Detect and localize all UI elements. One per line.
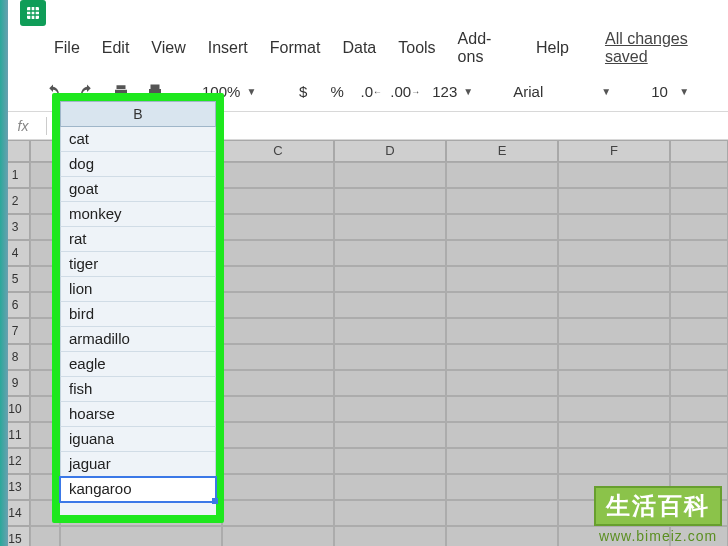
cell[interactable] xyxy=(558,214,670,240)
cell[interactable] xyxy=(558,422,670,448)
cell[interactable] xyxy=(222,318,334,344)
formula-input[interactable]: kangaroo xyxy=(47,117,728,135)
menu-help[interactable]: Help xyxy=(536,39,569,57)
decrease-decimal-button[interactable]: .0← xyxy=(358,79,384,105)
cell[interactable] xyxy=(446,292,558,318)
cell[interactable] xyxy=(222,526,334,546)
cell[interactable] xyxy=(334,396,446,422)
cell[interactable] xyxy=(446,188,558,214)
cell[interactable] xyxy=(334,448,446,474)
cell[interactable] xyxy=(446,396,558,422)
cell[interactable] xyxy=(446,162,558,188)
cell[interactable] xyxy=(30,370,60,396)
cell[interactable] xyxy=(30,318,60,344)
cell[interactable] xyxy=(670,292,728,318)
bold-button[interactable]: B xyxy=(723,79,728,105)
cell[interactable] xyxy=(334,292,446,318)
paint-format-button[interactable] xyxy=(142,79,168,105)
print-button[interactable] xyxy=(108,79,134,105)
cell[interactable] xyxy=(670,214,728,240)
cell[interactable] xyxy=(558,162,670,188)
cell[interactable] xyxy=(60,162,222,188)
cell[interactable] xyxy=(446,214,558,240)
cell[interactable] xyxy=(334,240,446,266)
cell[interactable] xyxy=(334,370,446,396)
cell[interactable] xyxy=(222,162,334,188)
cell[interactable] xyxy=(60,370,222,396)
cell[interactable] xyxy=(334,344,446,370)
cell[interactable] xyxy=(334,526,446,546)
cell[interactable] xyxy=(334,266,446,292)
cell[interactable] xyxy=(446,318,558,344)
cell[interactable] xyxy=(30,474,60,500)
cell[interactable] xyxy=(670,162,728,188)
cell[interactable] xyxy=(222,396,334,422)
cell[interactable] xyxy=(222,214,334,240)
number-format-combo[interactable]: 123▼ xyxy=(426,79,479,105)
increase-decimal-button[interactable]: .00→ xyxy=(392,79,418,105)
cell[interactable] xyxy=(334,422,446,448)
cell[interactable] xyxy=(558,318,670,344)
cell[interactable] xyxy=(558,266,670,292)
cell[interactable] xyxy=(670,240,728,266)
cell[interactable] xyxy=(222,448,334,474)
cell[interactable] xyxy=(60,422,222,448)
menu-addons[interactable]: Add-ons xyxy=(458,30,514,66)
cell[interactable] xyxy=(334,474,446,500)
cell[interactable] xyxy=(60,500,222,526)
col-header-blank[interactable] xyxy=(670,140,728,162)
menu-data[interactable]: Data xyxy=(342,39,376,57)
cell[interactable] xyxy=(446,526,558,546)
menu-insert[interactable]: Insert xyxy=(208,39,248,57)
menu-view[interactable]: View xyxy=(151,39,185,57)
cell[interactable] xyxy=(670,318,728,344)
cell[interactable] xyxy=(670,448,728,474)
cell[interactable] xyxy=(446,370,558,396)
cell[interactable] xyxy=(60,266,222,292)
cell[interactable] xyxy=(60,474,222,500)
undo-button[interactable] xyxy=(40,79,66,105)
cell[interactable] xyxy=(60,526,222,546)
font-size-combo[interactable]: 10▼ xyxy=(645,79,695,105)
cell[interactable] xyxy=(334,214,446,240)
cell[interactable] xyxy=(446,500,558,526)
cell[interactable] xyxy=(222,474,334,500)
cell[interactable] xyxy=(222,422,334,448)
format-currency-button[interactable]: $ xyxy=(290,79,316,105)
cell[interactable] xyxy=(558,344,670,370)
cell[interactable] xyxy=(446,474,558,500)
cell[interactable] xyxy=(222,266,334,292)
col-header-d[interactable]: D xyxy=(334,140,446,162)
cell[interactable] xyxy=(60,292,222,318)
cell[interactable] xyxy=(446,422,558,448)
menu-tools[interactable]: Tools xyxy=(398,39,435,57)
cell[interactable] xyxy=(30,188,60,214)
cell[interactable] xyxy=(30,162,60,188)
cell[interactable] xyxy=(558,188,670,214)
cell[interactable] xyxy=(60,396,222,422)
menu-format[interactable]: Format xyxy=(270,39,321,57)
zoom-combo[interactable]: 100%▼ xyxy=(196,79,262,105)
cell[interactable] xyxy=(30,448,60,474)
cell[interactable] xyxy=(30,240,60,266)
cell[interactable] xyxy=(30,266,60,292)
cell[interactable] xyxy=(60,214,222,240)
cell[interactable] xyxy=(60,318,222,344)
cell[interactable] xyxy=(558,240,670,266)
cell[interactable] xyxy=(446,240,558,266)
cell[interactable] xyxy=(30,526,60,546)
cell[interactable] xyxy=(222,370,334,396)
cell[interactable] xyxy=(30,500,60,526)
cell[interactable] xyxy=(60,448,222,474)
cell[interactable] xyxy=(222,188,334,214)
cell[interactable] xyxy=(30,422,60,448)
cell[interactable] xyxy=(30,396,60,422)
cell[interactable] xyxy=(60,344,222,370)
cell[interactable] xyxy=(334,188,446,214)
cell[interactable] xyxy=(334,318,446,344)
cell[interactable] xyxy=(670,344,728,370)
cell[interactable] xyxy=(30,214,60,240)
cell[interactable] xyxy=(222,292,334,318)
cell[interactable] xyxy=(334,500,446,526)
cell[interactable] xyxy=(558,292,670,318)
